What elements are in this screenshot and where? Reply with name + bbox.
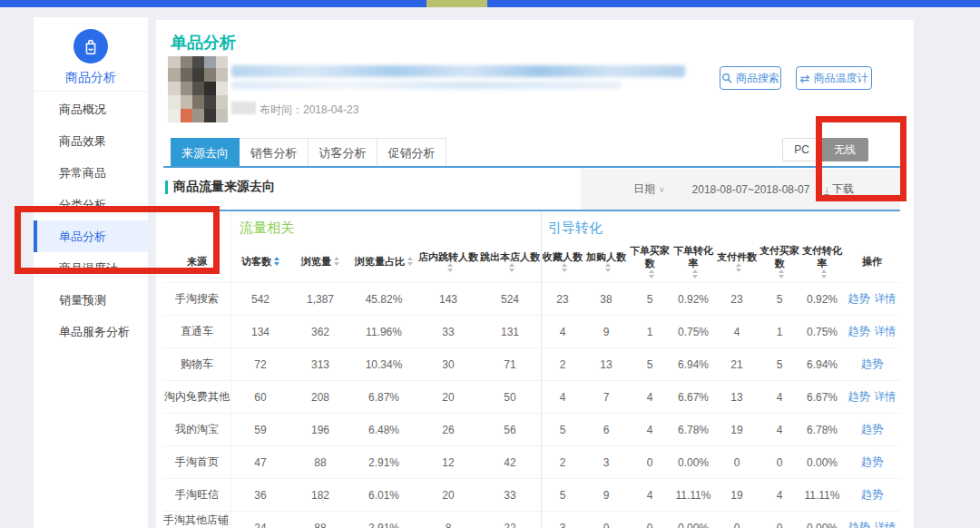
column-header-label: 店内跳转人数 bbox=[418, 250, 478, 263]
main-panel: 单品分析 布时间：2018-04 bbox=[156, 20, 914, 528]
value-cell: 0.00% bbox=[671, 446, 715, 478]
column-header[interactable]: 支付转化率 bbox=[800, 240, 844, 282]
column-header[interactable]: 跳出本店人数 bbox=[479, 240, 541, 282]
sidebar-item[interactable]: 异常商品 bbox=[34, 157, 148, 189]
date-dropdown[interactable]: 日期 bbox=[633, 181, 655, 197]
sort-icon[interactable] bbox=[649, 269, 654, 279]
value-cell: 13 bbox=[715, 381, 759, 413]
product-thermometer-button[interactable]: ⇄ 商品温度计 bbox=[796, 66, 872, 90]
column-header-label: 浏览量 bbox=[301, 255, 331, 268]
trend-link[interactable]: 趋势 bbox=[848, 324, 870, 339]
value-cell: 21 bbox=[715, 348, 759, 380]
sort-icon[interactable] bbox=[509, 263, 514, 272]
trend-link[interactable]: 趋势 bbox=[848, 520, 870, 528]
sort-icon[interactable] bbox=[605, 263, 611, 272]
value-cell: 6 bbox=[584, 414, 628, 445]
column-header[interactable]: 加购人数 bbox=[584, 240, 628, 282]
trend-link[interactable]: 趋势 bbox=[848, 389, 870, 405]
value-cell: 0.92% bbox=[671, 283, 715, 315]
date-range-value[interactable]: 2018-08-07~2018-08-07 bbox=[692, 183, 810, 196]
column-header-label: 支付买家数 bbox=[760, 244, 799, 269]
value-cell: 6.94% bbox=[671, 348, 715, 380]
column-divider bbox=[230, 211, 231, 528]
detail-link[interactable]: 详情 bbox=[875, 324, 897, 339]
trend-link[interactable]: 趋势 bbox=[861, 455, 883, 470]
product-search-button[interactable]: 商品搜索 bbox=[720, 66, 781, 90]
value-cell: 196 bbox=[290, 414, 350, 445]
column-header[interactable]: 浏览量占比 bbox=[350, 240, 417, 282]
sort-icon[interactable] bbox=[274, 257, 279, 266]
source-cell: 淘内免费其他 bbox=[163, 381, 230, 413]
column-header[interactable]: 下单转化率 bbox=[671, 240, 715, 282]
annotation-box-sidebar bbox=[15, 206, 220, 274]
value-cell: 2.91% bbox=[350, 446, 417, 478]
column-header-label: 收藏人数 bbox=[543, 250, 583, 263]
blurred-product-title bbox=[231, 65, 685, 77]
value-cell: 134 bbox=[230, 316, 290, 347]
sort-icon[interactable] bbox=[334, 257, 339, 266]
trend-link[interactable]: 趋势 bbox=[861, 422, 883, 437]
value-cell: 26 bbox=[417, 414, 479, 445]
value-cell: 0.00% bbox=[671, 512, 715, 528]
tab[interactable]: 促销分析 bbox=[377, 138, 446, 166]
value-cell: 47 bbox=[230, 446, 290, 478]
source-cell: 手淘搜索 bbox=[163, 283, 230, 315]
column-header[interactable]: 支付件数 bbox=[715, 240, 759, 282]
value-cell: 6.67% bbox=[800, 381, 844, 413]
value-cell: 6.67% bbox=[671, 381, 715, 413]
product-thermometer-label: 商品温度计 bbox=[813, 71, 867, 86]
trend-link[interactable]: 趋势 bbox=[848, 291, 870, 307]
value-cell: 5 bbox=[541, 479, 584, 511]
detail-link[interactable]: 详情 bbox=[875, 520, 897, 528]
sort-icon[interactable] bbox=[447, 263, 453, 272]
sort-icon[interactable] bbox=[562, 263, 567, 272]
actions-cell: 趋势详情 bbox=[844, 512, 900, 528]
value-cell: 33 bbox=[479, 479, 541, 511]
page-title: 单品分析 bbox=[171, 32, 236, 54]
value-cell: 30 bbox=[417, 348, 479, 380]
column-header[interactable]: 下单买家数 bbox=[628, 240, 671, 282]
value-cell: 24 bbox=[230, 512, 290, 528]
value-cell: 4 bbox=[759, 414, 800, 445]
sort-icon[interactable] bbox=[821, 269, 827, 279]
sort-icon[interactable] bbox=[407, 257, 413, 266]
value-cell: 4 bbox=[628, 381, 671, 413]
table-row: 淘内免费其他602086.87%20504746.67%1346.67%趋势详情 bbox=[163, 380, 900, 413]
sort-icon[interactable] bbox=[736, 263, 741, 272]
tab[interactable]: 访客分析 bbox=[309, 138, 377, 166]
column-header[interactable]: 访客数 bbox=[230, 240, 290, 282]
value-cell: 0 bbox=[715, 446, 759, 478]
sidebar-item[interactable]: 商品概况 bbox=[34, 93, 148, 125]
trend-link[interactable]: 趋势 bbox=[861, 357, 883, 372]
value-cell: 19 bbox=[715, 414, 759, 445]
actions-cell: 趋势 bbox=[844, 446, 900, 478]
column-header[interactable]: 支付买家数 bbox=[759, 240, 800, 282]
value-cell: 0 bbox=[628, 446, 671, 478]
sidebar-item[interactable]: 商品效果 bbox=[34, 125, 148, 157]
table-row: 直通车13436211.96%331314910.75%410.75%趋势详情 bbox=[163, 315, 900, 347]
value-cell: 0.92% bbox=[800, 283, 844, 315]
value-cell: 7 bbox=[584, 381, 628, 413]
value-cell: 2 bbox=[541, 348, 584, 380]
column-header[interactable]: 浏览量 bbox=[290, 240, 350, 282]
trend-link[interactable]: 趋势 bbox=[861, 487, 883, 503]
sidebar-item[interactable]: 销量预测 bbox=[34, 284, 148, 316]
value-cell: 4 bbox=[541, 381, 584, 413]
value-cell: 60 bbox=[230, 381, 290, 413]
column-header[interactable]: 收藏人数 bbox=[541, 240, 584, 282]
value-cell: 9 bbox=[584, 479, 628, 511]
value-cell: 208 bbox=[290, 381, 350, 413]
value-cell: 5 bbox=[759, 348, 800, 380]
sidebar-item[interactable]: 单品服务分析 bbox=[34, 316, 148, 347]
column-header[interactable]: 店内跳转人数 bbox=[417, 240, 479, 282]
tab[interactable]: 销售分析 bbox=[240, 138, 309, 166]
sort-icon[interactable] bbox=[779, 269, 784, 279]
detail-link[interactable]: 详情 bbox=[875, 389, 897, 405]
sort-icon[interactable] bbox=[692, 269, 698, 279]
detail-link[interactable]: 详情 bbox=[875, 291, 897, 307]
source-cell: 直通车 bbox=[163, 316, 230, 347]
table-row: 我的淘宝591966.48%26565646.78%1946.78%趋势 bbox=[163, 413, 900, 445]
product-thumbnail bbox=[168, 56, 228, 122]
tab[interactable]: 来源去向 bbox=[171, 138, 240, 166]
value-cell: 2 bbox=[541, 446, 584, 478]
